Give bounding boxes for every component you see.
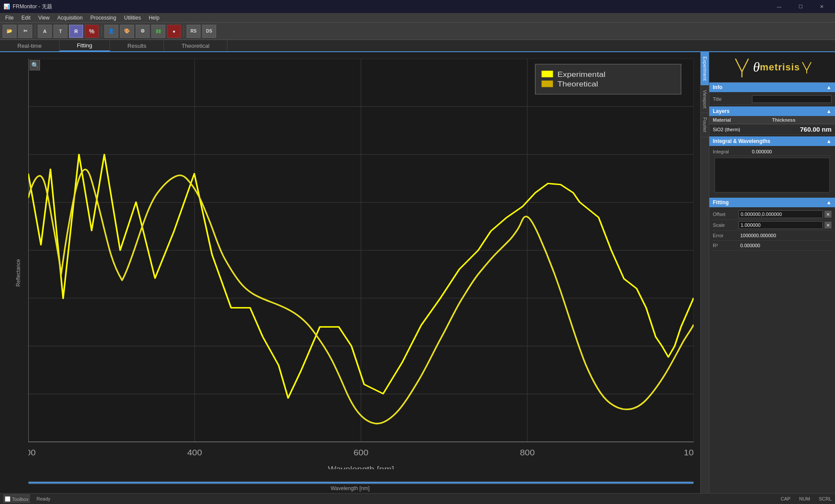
title-text: FRMonitor - 无题: [13, 3, 52, 10]
integral-header-label: Integral & Wavelengths: [713, 138, 770, 144]
layer-thickness-0: 760.00 nm: [768, 124, 835, 135]
tab-realtime[interactable]: Real-time: [0, 40, 60, 51]
app-icon: 📊: [3, 3, 10, 10]
side-tab-fourier[interactable]: Fourier: [701, 113, 709, 137]
percent-btn[interactable]: %: [85, 25, 99, 38]
statusbar-right: CAP NUM SCRL: [781, 496, 832, 501]
error-value: 1000000.000000: [738, 232, 832, 239]
toolbar: 📂 ✂ A T R % 👤 🎨 ⚙ ▮▮ ● RS DS: [0, 23, 835, 40]
error-row: Error 1000000.000000: [711, 231, 833, 241]
ds-btn[interactable]: DS: [202, 25, 216, 38]
sep3: [184, 26, 184, 37]
info-section-header[interactable]: Info ▲: [709, 83, 835, 92]
integral-collapse-icon: ▲: [826, 138, 832, 144]
tab-fitting[interactable]: Fitting: [60, 40, 110, 51]
info-collapse-icon: ▲: [826, 84, 832, 90]
a-btn[interactable]: A: [38, 25, 52, 38]
close-btn[interactable]: ✕: [812, 0, 832, 13]
info-section-content: Title: [709, 92, 835, 106]
integral-section-content: Integral 0.000000: [709, 146, 835, 196]
integral-value: 0.000000: [752, 149, 832, 154]
menubar: File Edit View Acquisition Processing Ut…: [0, 13, 835, 23]
scrollbar-thumb[interactable]: [28, 482, 694, 484]
menu-edit[interactable]: Edit: [18, 13, 34, 23]
svg-line-41: [807, 62, 811, 70]
fitting-header-label: Fitting: [713, 199, 729, 206]
fitting-collapse-icon: ▲: [826, 199, 832, 206]
status-text: Ready: [37, 496, 50, 501]
scale-row: Scale ✕: [711, 220, 833, 231]
menu-view[interactable]: View: [35, 13, 53, 23]
menu-acquisition[interactable]: Acquisition: [54, 13, 86, 23]
zoom-btn[interactable]: 🔍: [30, 60, 40, 70]
scissors-btn[interactable]: ✂: [18, 25, 32, 38]
logo-area: θ metrisis: [709, 52, 835, 83]
bars-btn[interactable]: ▮▮: [151, 25, 165, 38]
integral-label: Integral: [713, 149, 752, 154]
side-tab-viewport[interactable]: Viewport: [701, 86, 709, 113]
menu-processing[interactable]: Processing: [87, 13, 120, 23]
toolbox-tab[interactable]: Toolbox: [3, 494, 30, 503]
cap-indicator: CAP: [781, 496, 791, 501]
layer-material-0: SiO2 (therm): [709, 124, 768, 135]
integral-row: Integral 0.000000: [713, 148, 832, 156]
r-btn[interactable]: R: [69, 25, 83, 38]
title-input[interactable]: [752, 95, 832, 103]
logo-icon: [731, 56, 753, 78]
minimize-btn[interactable]: —: [769, 0, 789, 13]
svg-line-37: [735, 59, 742, 72]
menu-help[interactable]: Help: [145, 13, 163, 23]
toolbox-label: Toolbox: [12, 497, 29, 502]
layers-collapse-icon: ▲: [826, 108, 832, 114]
tab-results[interactable]: Results: [110, 40, 164, 51]
layers-section-content: Material Thickness SiO2 (therm) 760.00 n…: [709, 116, 835, 135]
statusbar-left: Toolbox Ready: [3, 494, 50, 503]
sep1: [35, 26, 35, 37]
open-btn[interactable]: 📂: [3, 25, 17, 38]
offset-input[interactable]: [738, 210, 823, 218]
toolbox-checkbox[interactable]: [5, 496, 10, 502]
info-header-label: Info: [713, 84, 722, 90]
tab-theoretical[interactable]: Theoretical: [164, 40, 227, 51]
offset-clear-btn[interactable]: ✕: [825, 211, 832, 218]
menu-file[interactable]: File: [2, 13, 17, 23]
scale-clear-btn[interactable]: ✕: [825, 222, 832, 229]
window-controls: — ☐ ✕: [769, 0, 832, 13]
tabbar: Real-time Fitting Results Theoretical: [0, 40, 835, 52]
scale-input[interactable]: [738, 221, 823, 229]
scrl-indicator: SCRL: [819, 496, 832, 501]
stop-btn[interactable]: ●: [167, 25, 181, 38]
error-label: Error: [713, 233, 737, 238]
svg-line-40: [802, 62, 807, 70]
layers-section-header[interactable]: Layers ▲: [709, 106, 835, 116]
side-tab-experiment[interactable]: Experiment: [701, 52, 709, 86]
person-btn[interactable]: 👤: [104, 25, 118, 38]
chart-scrollbar[interactable]: [28, 481, 694, 484]
sep2: [101, 26, 102, 37]
titlebar: 📊 FRMonitor - 无题 — ☐ ✕: [0, 0, 835, 13]
logo-brand: metrisis: [760, 62, 800, 73]
logo-icon2: [800, 61, 813, 74]
layers-header-label: Layers: [713, 108, 730, 114]
t-btn[interactable]: T: [53, 25, 67, 38]
maximize-btn[interactable]: ☐: [791, 0, 810, 13]
color-btn[interactable]: 🎨: [120, 25, 134, 38]
tool-btn[interactable]: ⚙: [136, 25, 150, 38]
rs-btn[interactable]: RS: [187, 25, 200, 38]
num-indicator: NUM: [799, 496, 810, 501]
r2-label: R²: [713, 243, 737, 248]
y-axis-label: Reflectance: [15, 259, 21, 286]
chart-area: Reflectance 🔍: [0, 52, 700, 493]
layer-row-0: SiO2 (therm) 760.00 nm: [709, 124, 835, 135]
menu-utilities[interactable]: Utilities: [120, 13, 144, 23]
window-title: 📊 FRMonitor - 无题: [3, 3, 52, 10]
integral-section-header[interactable]: Integral & Wavelengths ▲: [709, 136, 835, 146]
title-label: Title: [713, 96, 752, 102]
offset-row: Offset ✕: [711, 209, 833, 220]
fitting-section-header[interactable]: Fitting ▲: [709, 198, 835, 207]
layers-table: Material Thickness SiO2 (therm) 760.00 n…: [709, 116, 835, 135]
right-panel: θ metrisis Info ▲ Title Layers ▲: [709, 52, 835, 493]
theoretical-curve: [28, 169, 694, 424]
col-material: Material: [709, 116, 768, 124]
integral-display-area: [715, 158, 830, 192]
